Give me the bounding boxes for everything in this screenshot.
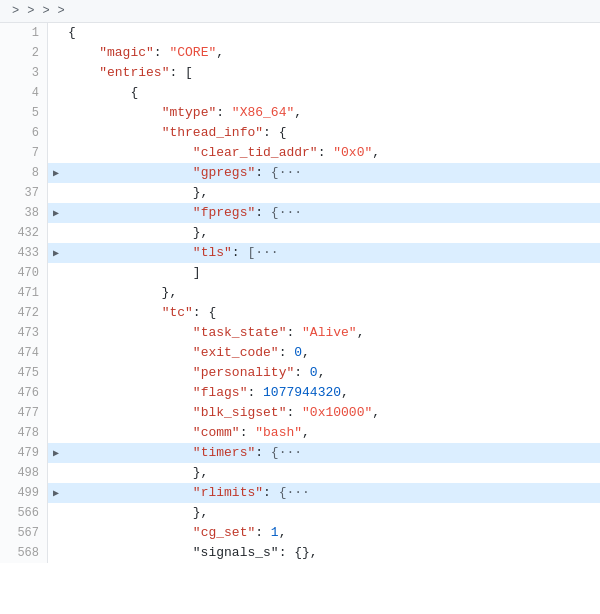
expand-arrow-icon: [48, 223, 64, 243]
code-line-content: "clear_tid_addr": "0x0",: [64, 143, 600, 163]
line-number: 432: [0, 223, 48, 243]
line-number: 478: [0, 423, 48, 443]
code-line-content: "signals_s": {},: [64, 543, 600, 563]
code-line-content: },: [64, 463, 600, 483]
line-number: 474: [0, 343, 48, 363]
expand-arrow-icon: [48, 363, 64, 383]
table-row: 476 "flags": 1077944320,: [0, 383, 600, 403]
line-number: 479: [0, 443, 48, 463]
table-row: 474 "exit_code": 0,: [0, 343, 600, 363]
line-number: 566: [0, 503, 48, 523]
table-row: 38▶ "fpregs": {···: [0, 203, 600, 223]
expand-arrow-icon: [48, 423, 64, 443]
table-row: 1{: [0, 23, 600, 43]
line-number: 499: [0, 483, 48, 503]
expand-arrow-icon: [48, 343, 64, 363]
code-viewer: 1{2 "magic": "CORE",3 "entries": [4 {5 "…: [0, 23, 600, 563]
breadcrumb-sep-4: >: [58, 4, 65, 18]
expand-arrow-icon: [48, 323, 64, 343]
expand-arrow-icon: [48, 543, 64, 563]
table-row: 472 "tc": {: [0, 303, 600, 323]
table-row: 433▶ "tls": [···: [0, 243, 600, 263]
expand-arrow-icon: [48, 403, 64, 423]
breadcrumb-sep-3: >: [42, 4, 49, 18]
table-row: 7 "clear_tid_addr": "0x0",: [0, 143, 600, 163]
table-row: 567 "cg_set": 1,: [0, 523, 600, 543]
table-row: 475 "personality": 0,: [0, 363, 600, 383]
line-number: 1: [0, 23, 48, 43]
code-line-content: "blk_sigset": "0x10000",: [64, 403, 600, 423]
line-number: 471: [0, 283, 48, 303]
line-number: 37: [0, 183, 48, 203]
expand-arrow-icon: [48, 383, 64, 403]
code-line-content: "cg_set": 1,: [64, 523, 600, 543]
expand-arrow-icon: [48, 283, 64, 303]
code-line-content: "exit_code": 0,: [64, 343, 600, 363]
code-line-content: },: [64, 183, 600, 203]
expand-arrow-icon: [48, 503, 64, 523]
breadcrumb: > > > >: [0, 0, 600, 23]
code-line-content: "gpregs": {···: [64, 163, 600, 183]
code-line-content: "entries": [: [64, 63, 600, 83]
code-line-content: "thread_info": {: [64, 123, 600, 143]
expand-arrow-icon[interactable]: ▶: [48, 443, 64, 463]
code-line-content: "magic": "CORE",: [64, 43, 600, 63]
line-number: 5: [0, 103, 48, 123]
line-number: 475: [0, 363, 48, 383]
line-number: 567: [0, 523, 48, 543]
table-row: 478 "comm": "bash",: [0, 423, 600, 443]
line-number: 568: [0, 543, 48, 563]
expand-arrow-icon[interactable]: ▶: [48, 483, 64, 503]
expand-arrow-icon[interactable]: ▶: [48, 203, 64, 223]
breadcrumb-sep-1: >: [12, 4, 19, 18]
table-row: 37 },: [0, 183, 600, 203]
table-row: 498 },: [0, 463, 600, 483]
line-number: 7: [0, 143, 48, 163]
code-line-content: "tc": {: [64, 303, 600, 323]
table-row: 568 "signals_s": {},: [0, 543, 600, 563]
line-number: 472: [0, 303, 48, 323]
expand-arrow-icon: [48, 23, 64, 43]
line-number: 473: [0, 323, 48, 343]
expand-arrow-icon[interactable]: ▶: [48, 163, 64, 183]
code-line-content: "mtype": "X86_64",: [64, 103, 600, 123]
expand-arrow-icon: [48, 463, 64, 483]
table-row: 2 "magic": "CORE",: [0, 43, 600, 63]
table-row: 6 "thread_info": {: [0, 123, 600, 143]
table-row: 477 "blk_sigset": "0x10000",: [0, 403, 600, 423]
breadcrumb-sep-2: >: [27, 4, 34, 18]
code-line-content: },: [64, 223, 600, 243]
expand-arrow-icon[interactable]: ▶: [48, 243, 64, 263]
line-number: 2: [0, 43, 48, 63]
code-line-content: },: [64, 283, 600, 303]
line-number: 38: [0, 203, 48, 223]
table-row: 432 },: [0, 223, 600, 243]
expand-arrow-icon: [48, 263, 64, 283]
line-number: 433: [0, 243, 48, 263]
code-line-content: {: [64, 23, 600, 43]
expand-arrow-icon: [48, 303, 64, 323]
table-row: 4 {: [0, 83, 600, 103]
table-row: 5 "mtype": "X86_64",: [0, 103, 600, 123]
code-line-content: },: [64, 503, 600, 523]
code-line-content: "task_state": "Alive",: [64, 323, 600, 343]
expand-arrow-icon: [48, 103, 64, 123]
expand-arrow-icon: [48, 143, 64, 163]
code-line-content: "personality": 0,: [64, 363, 600, 383]
table-row: 473 "task_state": "Alive",: [0, 323, 600, 343]
expand-arrow-icon: [48, 63, 64, 83]
expand-arrow-icon: [48, 523, 64, 543]
line-number: 4: [0, 83, 48, 103]
line-number: 470: [0, 263, 48, 283]
code-line-content: "rlimits": {···: [64, 483, 600, 503]
table-row: 566 },: [0, 503, 600, 523]
line-number: 498: [0, 463, 48, 483]
code-line-content: "timers": {···: [64, 443, 600, 463]
expand-arrow-icon: [48, 183, 64, 203]
code-line-content: "comm": "bash",: [64, 423, 600, 443]
line-number: 3: [0, 63, 48, 83]
code-line-content: ]: [64, 263, 600, 283]
code-line-content: {: [64, 83, 600, 103]
table-row: 8▶ "gpregs": {···: [0, 163, 600, 183]
table-row: 471 },: [0, 283, 600, 303]
